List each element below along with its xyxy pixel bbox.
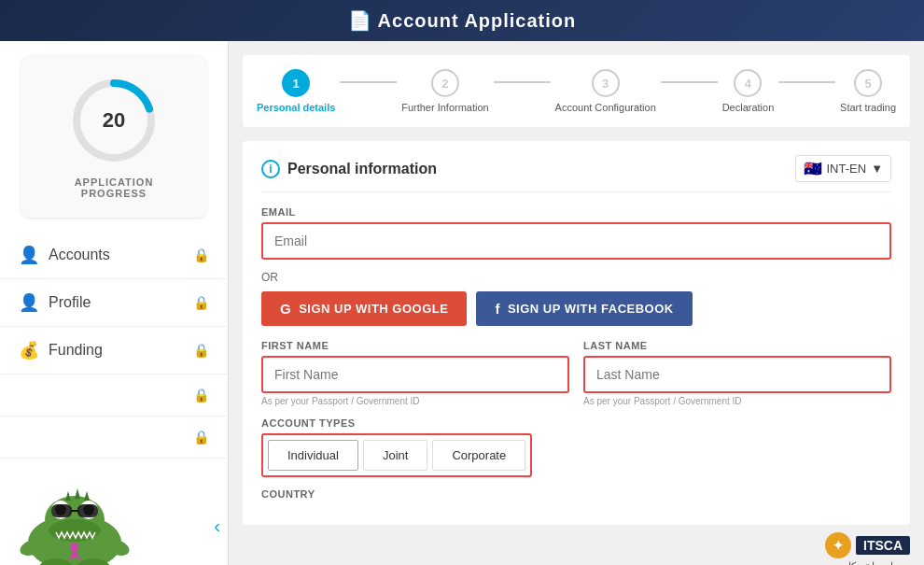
section-title: i Personal information <box>261 160 437 178</box>
dropdown-arrow: ▼ <box>871 162 883 176</box>
step-label-personal: Personal details <box>257 102 335 113</box>
mascot-container <box>0 463 228 565</box>
last-name-label: LAST NAME <box>583 340 891 351</box>
language-selector[interactable]: 🇦🇺 INT-EN ▼ <box>795 155 892 182</box>
first-name-hint: As per your Passport / Government ID <box>261 396 569 406</box>
account-type-individual[interactable]: Individual <box>268 440 358 471</box>
itsca-icon: ✦ <box>825 532 851 558</box>
country-group: COUNTRY <box>261 488 891 500</box>
step-circle-5: 5 <box>854 69 882 97</box>
google-signup-button[interactable]: G SIGN UP WITH GOOGLE <box>261 291 467 326</box>
wizard-steps: 1 Personal details 2 Further Information… <box>243 55 910 127</box>
sidebar: 20 APPLICATION PROGRESS 👤 Accounts 🔒 👤 P… <box>0 41 229 565</box>
sidebar-item-extra-2: 🔒 <box>0 417 228 459</box>
step-line-1-2 <box>340 81 397 83</box>
google-icon: G <box>280 301 291 317</box>
account-type-joint[interactable]: Joint <box>363 440 427 471</box>
step-config[interactable]: 3 Account Configuration <box>555 69 656 113</box>
itsca-logo: ✦ ITSCA وبسایت ایتسکا itsca-brokers.com <box>825 532 910 565</box>
step-label-declaration: Declaration <box>722 102 775 113</box>
progress-circle: 20 <box>67 74 161 167</box>
step-trading[interactable]: 5 Start trading <box>840 69 896 113</box>
progress-container: 20 APPLICATION PROGRESS <box>21 55 207 218</box>
account-type-buttons: Individual Joint Corporate <box>261 433 532 477</box>
step-line-2-3 <box>494 81 551 83</box>
funding-icon: 💰 <box>19 340 39 360</box>
sidebar-navigation: 👤 Accounts 🔒 👤 Profile 🔒 💰 Funding 🔒 <box>0 232 228 459</box>
email-input[interactable] <box>261 222 891 260</box>
step-personal[interactable]: 1 Personal details <box>257 69 335 113</box>
sidebar-collapse-chevron[interactable]: ‹ <box>214 516 220 537</box>
first-name-input[interactable] <box>261 356 569 393</box>
step-circle-4: 4 <box>734 69 762 97</box>
sidebar-item-funding[interactable]: 💰 Funding 🔒 <box>0 327 228 374</box>
step-label-trading: Start trading <box>840 102 896 113</box>
itsca-tagline: وبسایت ایتسکا <box>825 560 910 565</box>
svg-rect-9 <box>51 504 72 517</box>
last-name-input[interactable] <box>583 356 891 393</box>
first-name-group: FIRST NAME As per your Passport / Govern… <box>261 340 569 406</box>
svg-marker-18 <box>65 491 71 501</box>
extra1-lock-icon: 🔒 <box>193 388 209 403</box>
form-section-header: i Personal information 🇦🇺 INT-EN ▼ <box>261 155 891 192</box>
footer-logo-area: ✦ ITSCA وبسایت ایتسکا itsca-brokers.com <box>243 532 910 565</box>
info-icon: i <box>261 160 280 178</box>
last-name-hint: As per your Passport / Government ID <box>583 396 891 406</box>
step-declaration[interactable]: 4 Declaration <box>722 69 775 113</box>
svg-marker-19 <box>75 488 80 499</box>
accounts-lock-icon: 🔒 <box>193 247 209 262</box>
social-buttons-row: G SIGN UP WITH GOOGLE f SIGN UP WITH FAC… <box>261 291 891 326</box>
step-circle-3: 3 <box>592 69 620 97</box>
email-group: EMAIL <box>261 206 891 260</box>
header-title: Account Application <box>378 10 577 31</box>
main-content: 1 Personal details 2 Further Information… <box>229 41 924 565</box>
sidebar-item-accounts[interactable]: 👤 Accounts 🔒 <box>0 232 228 279</box>
or-divider: OR <box>261 271 891 284</box>
first-name-label: FIRST NAME <box>261 340 569 351</box>
name-row: FIRST NAME As per your Passport / Govern… <box>261 340 891 417</box>
svg-marker-20 <box>84 491 90 501</box>
step-circle-2: 2 <box>431 69 459 97</box>
last-name-group: LAST NAME As per your Passport / Governm… <box>583 340 891 406</box>
facebook-icon: f <box>495 301 500 317</box>
itsca-brand-text: ITSCA <box>856 536 910 555</box>
profile-user-icon: 👤 <box>19 292 39 313</box>
sidebar-profile-label: Profile <box>49 294 91 311</box>
step-line-4-5 <box>778 81 835 83</box>
extra2-lock-icon: 🔒 <box>193 430 209 445</box>
step-label-further: Further Information <box>401 102 489 113</box>
step-further[interactable]: 2 Further Information <box>401 69 489 113</box>
country-label: COUNTRY <box>261 488 891 500</box>
flag-icon: 🇦🇺 <box>804 160 822 177</box>
svg-rect-13 <box>71 544 78 551</box>
header-icon: 📄 <box>348 10 372 31</box>
step-label-config: Account Configuration <box>555 102 656 113</box>
facebook-signup-button[interactable]: f SIGN UP WITH FACEBOOK <box>476 291 692 326</box>
crocodile-mascot <box>5 463 145 565</box>
svg-rect-10 <box>77 504 98 517</box>
sidebar-item-profile[interactable]: 👤 Profile 🔒 <box>0 279 228 327</box>
account-types-label: ACCOUNT TYPES <box>261 417 891 429</box>
sidebar-accounts-label: Accounts <box>49 247 110 263</box>
accounts-user-icon: 👤 <box>19 245 39 265</box>
account-types-group: ACCOUNT TYPES Individual Joint Corporate <box>261 417 891 477</box>
progress-percent: 20 <box>103 108 125 133</box>
page-header: 📄 Account Application <box>0 0 924 41</box>
sidebar-funding-label: Funding <box>49 342 103 359</box>
step-line-3-4 <box>661 81 718 83</box>
personal-info-form: i Personal information 🇦🇺 INT-EN ▼ EMAIL… <box>243 141 910 525</box>
language-label: INT-EN <box>827 162 867 176</box>
sidebar-item-extra-1: 🔒 <box>0 374 228 417</box>
funding-lock-icon: 🔒 <box>193 343 209 358</box>
step-circle-1: 1 <box>282 69 310 97</box>
progress-label: APPLICATION PROGRESS <box>75 177 154 199</box>
main-layout: 20 APPLICATION PROGRESS 👤 Accounts 🔒 👤 P… <box>0 41 924 565</box>
profile-lock-icon: 🔒 <box>193 295 209 310</box>
email-label: EMAIL <box>261 206 891 218</box>
account-type-corporate[interactable]: Corporate <box>432 440 525 471</box>
